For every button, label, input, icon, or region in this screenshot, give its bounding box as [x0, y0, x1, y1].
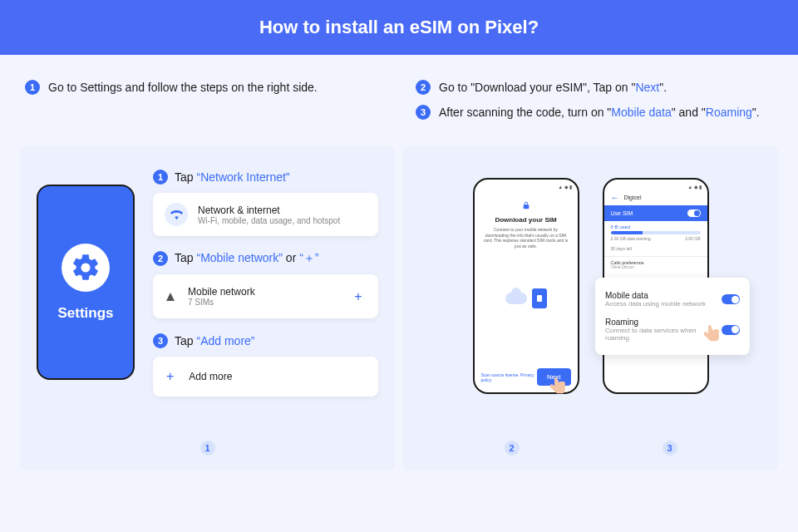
wifi-icon [170, 209, 183, 221]
mobile-network-link[interactable]: “Mobile network” [196, 251, 282, 264]
right-panel: ▲ ◆ ▮ Download your SIM Connect to your … [403, 146, 778, 470]
text-fragment: Go to "Download your eSIM", Tap on " [439, 81, 635, 94]
cloud-icon [505, 293, 527, 304]
data-used-label: 0 B used [604, 221, 707, 229]
data-days-left: 30 days left [611, 246, 633, 251]
wifi-icon-circle [165, 203, 188, 226]
status-bar: ▲ ◆ ▮ [475, 180, 578, 190]
step-number-badge: 1 [25, 80, 40, 95]
mobile-data-row[interactable]: Mobile data Access data using mobile net… [605, 286, 740, 313]
mobile-network-card[interactable]: Mobile network 7 SIMs + [153, 274, 378, 318]
substep-1-text: Tap “Network Internet” [175, 170, 290, 184]
text-fragment: Tap [175, 251, 196, 264]
card-title: Network & internet [198, 204, 340, 216]
card-title: Add more [189, 371, 232, 382]
use-sim-toggle[interactable] [687, 209, 701, 217]
row-subtitle: Access data using mobile network [605, 300, 706, 308]
carrier-name: Digicel [624, 195, 642, 200]
substep-2-text: Tap “Mobile network” or “＋” [175, 251, 319, 266]
steps-column: 1 Tap “Network Internet” Network & inter… [153, 170, 378, 411]
data-warning-text: 2.00 GB data warning [611, 236, 651, 241]
step-number-badge: 3 [153, 333, 168, 348]
sim-illustration [497, 282, 555, 315]
plus-link[interactable]: “＋” [299, 251, 318, 264]
roaming-link[interactable]: Roaming [706, 106, 752, 119]
settings-phone-mock: Settings [37, 185, 135, 380]
substep-2: 2 Tap “Mobile network” or “＋” Mobile net… [153, 251, 378, 318]
intro-step-2: 2 Go to "Download your eSIM", Tap on "Ne… [416, 80, 773, 95]
plus-icon: + [166, 369, 174, 384]
add-more-card[interactable]: + Add more [153, 357, 378, 397]
step-number-badge: 2 [153, 251, 168, 266]
add-sim-plus-button[interactable]: + [350, 288, 367, 305]
download-sim-footer-text: Scan source license. Privacy policy [481, 372, 538, 382]
intro-right: 2 Go to "Download your eSIM", Tap on "Ne… [416, 80, 773, 130]
panel-number-badge: 2 [505, 441, 520, 456]
data-limit-text: 2.00 GB [685, 236, 700, 241]
use-sim-row[interactable]: Use SIM [604, 205, 707, 221]
page-header: How to install an eSIM on Pixel? [0, 0, 798, 55]
download-sim-desc: Connect to your mobile network by downlo… [483, 227, 569, 249]
use-sim-label: Use SIM [611, 210, 633, 216]
sim-card-icon [532, 288, 547, 308]
intro-step-1: 1 Go to Settings and follow the steps on… [25, 80, 382, 95]
row-subtitle: China Unicom [611, 265, 701, 269]
text-fragment: " and " [672, 106, 706, 119]
step-number-badge: 1 [153, 170, 168, 185]
step-number-badge: 2 [416, 80, 431, 95]
gear-icon [70, 252, 101, 283]
roaming-toggle[interactable] [722, 325, 740, 335]
next-link[interactable]: Next [635, 81, 659, 94]
intro-step-1-text: Go to Settings and follow the steps on t… [48, 81, 318, 94]
mobile-data-link[interactable]: Mobile data [611, 106, 671, 119]
carrier-header: ← Digicel [604, 190, 707, 205]
intro-step-3-text: After scanning the code, turn on "Mobile… [439, 106, 760, 119]
panels-row: Settings 1 Tap “Network Internet” [0, 146, 798, 470]
row-title: Mobile data [605, 291, 706, 300]
settings-gear-circle [62, 244, 110, 292]
page-title: How to install an eSIM on Pixel? [259, 17, 539, 38]
substep-3: 3 Tap “Add more” + Add more [153, 333, 378, 397]
text-fragment: or [283, 251, 299, 264]
text-fragment: After scanning the code, turn on " [439, 106, 611, 119]
pointing-hand-icon [700, 321, 723, 347]
card-title: Mobile network [188, 286, 255, 298]
mobile-data-roaming-card: Mobile data Access data using mobile net… [595, 278, 750, 355]
left-panel: Settings 1 Tap “Network Internet” [20, 146, 395, 470]
back-arrow-icon[interactable]: ← [611, 193, 619, 202]
download-sim-title: Download your SIM [495, 216, 556, 224]
text-fragment: ". [752, 106, 760, 119]
text-fragment: ". [659, 81, 667, 94]
card-subtitle: Wi-Fi, mobile, data usage, and hotspot [198, 216, 340, 225]
download-sim-phone-mock: ▲ ◆ ▮ Download your SIM Connect to your … [473, 178, 579, 394]
text-fragment: Tap [175, 334, 196, 347]
substep-1: 1 Tap “Network Internet” Network & inter… [153, 170, 378, 236]
intro-step-3: 3 After scanning the code, turn on "Mobi… [416, 105, 773, 120]
network-internet-card[interactable]: Network & internet Wi-Fi, mobile, data u… [153, 193, 378, 236]
intro-section: 1 Go to Settings and follow the steps on… [0, 55, 798, 146]
pointing-hand-icon [546, 373, 569, 400]
status-bar: ▲ ◆ ▮ [604, 180, 707, 190]
card-subtitle: 7 SIMs [188, 298, 255, 307]
lock-icon [522, 201, 530, 209]
settings-label: Settings [57, 305, 113, 322]
panel-number-badge: 3 [663, 441, 677, 456]
calls-pref-row[interactable]: Calls preference China Unicom [604, 256, 707, 273]
text-fragment: Tap [175, 170, 196, 184]
signal-icon [165, 292, 176, 302]
network-internet-link[interactable]: “Network Internet” [196, 170, 289, 184]
panel-number-badge: 1 [200, 441, 215, 456]
add-more-link[interactable]: “Add more” [196, 334, 254, 347]
substep-3-text: Tap “Add more” [175, 334, 255, 347]
mobile-data-toggle[interactable] [722, 294, 740, 304]
intro-step-2-text: Go to "Download your eSIM", Tap on "Next… [439, 81, 667, 94]
step-number-badge: 3 [416, 105, 431, 120]
intro-left: 1 Go to Settings and follow the steps on… [25, 80, 382, 130]
